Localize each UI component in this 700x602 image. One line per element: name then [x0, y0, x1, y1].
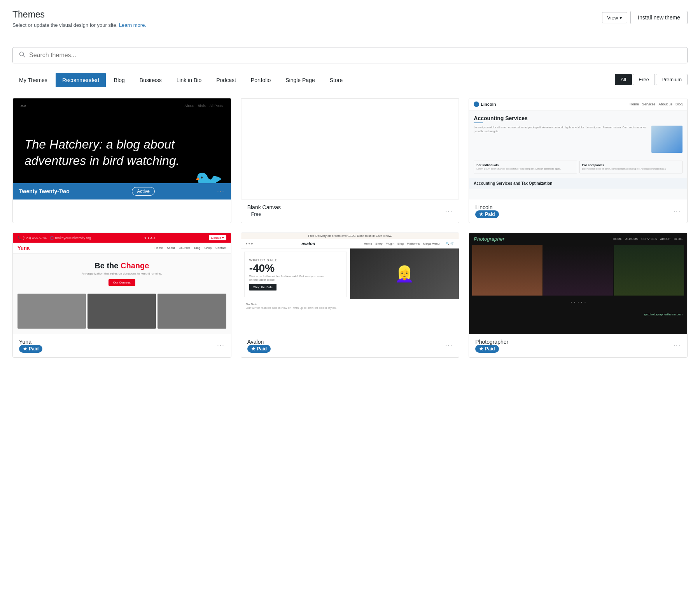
page-title: Themes	[12, 9, 146, 20]
yuna-donate-btn: Donate ♥	[209, 235, 226, 240]
theme-options-yuna[interactable]: ···	[217, 342, 224, 349]
lincoln-nav: HomeServicesAbout usBlog	[630, 102, 682, 106]
theme-preview-avalon: Free Delivery on orders over £100. Don't…	[241, 233, 459, 334]
theme-name-yuna: Yuna	[19, 339, 42, 345]
tab-my-themes[interactable]: My Themes	[12, 73, 54, 87]
yuna-hero: Be the Change An organization that relie…	[13, 254, 231, 294]
active-overlay: Twenty Twenty-Two Active ···	[13, 183, 231, 200]
free-badge-blank-canvas: Free	[247, 210, 265, 218]
theme-name-avalon: Avalon	[247, 339, 271, 345]
theme-card-blank-canvas[interactable]: Blank Canvas Free ···	[241, 98, 460, 223]
photographer-credit: getphotographertheme.com	[469, 309, 687, 318]
avalon-banner: Free Delivery on orders over £100. Don't…	[241, 233, 459, 239]
svg-line-1	[23, 56, 25, 57]
theme-name-photographer: Photographer	[475, 339, 508, 345]
tabs-left: My Themes Recommended Blog Business Link…	[12, 73, 349, 87]
filter-all-button[interactable]: All	[615, 74, 632, 85]
active-badge: Active	[132, 187, 155, 196]
lincoln-preview: Lincoln HomeServicesAbout usBlog Account…	[469, 98, 687, 200]
photo-img-3	[614, 245, 684, 296]
paid-badge-yuna: ★ Paid	[19, 345, 42, 353]
theme-preview-twenty-twenty-two: ∞∞ AboutBirdsAll Posts The Hatchery: a b…	[13, 98, 231, 200]
header-right: View ▾ Install new theme	[602, 11, 688, 24]
theme-options-lincoln[interactable]: ···	[674, 208, 681, 215]
theme-name-lincoln: Lincoln	[475, 204, 499, 210]
themes-grid: ∞∞ AboutBirdsAll Posts The Hatchery: a b…	[12, 98, 688, 358]
tabs-section: My Themes Recommended Blog Business Link…	[0, 63, 700, 87]
view-button[interactable]: View ▾	[602, 12, 627, 23]
theme-card-photographer[interactable]: Photographer HOMEALBUMSSERVICESABOUTBLOG…	[469, 233, 688, 358]
theme-card-yuna[interactable]: 📞 (123) 456-5784🌐 makeyouruniversity.org…	[12, 233, 231, 358]
theme-options-icon[interactable]: ···	[217, 188, 224, 195]
theme-preview-photographer: Photographer HOMEALBUMSSERVICESABOUTBLOG…	[469, 233, 687, 334]
theme-info-photographer: Photographer ★ Paid ···	[469, 334, 687, 357]
avalon-header: ♥ ♦ ♣ avalon HomeShopPluginBlogPlatforms…	[241, 239, 459, 248]
tab-portfolio[interactable]: Portfolio	[244, 73, 277, 87]
photo-img-1	[472, 245, 542, 296]
paid-badge-avalon: ★ Paid	[247, 345, 271, 353]
lincoln-header: Lincoln HomeServicesAbout usBlog	[469, 98, 687, 110]
tab-podcast[interactable]: Podcast	[210, 73, 243, 87]
paid-badge-photographer: ★ Paid	[475, 345, 499, 353]
page-header: Themes Select or update the visual desig…	[0, 0, 700, 36]
theme-name-blank-canvas: Blank Canvas	[247, 204, 281, 210]
photographer-dots: · · · · ·	[469, 296, 687, 309]
themes-section: ∞∞ AboutBirdsAll Posts The Hatchery: a b…	[0, 87, 700, 369]
avalon-content: WINTER SALE -40% Welcome to the winter f…	[241, 248, 459, 300]
page-subtitle: Select or update the visual design for y…	[12, 22, 146, 28]
filter-free-button[interactable]: Free	[633, 74, 655, 85]
theme-details-photographer: Photographer ★ Paid	[475, 339, 508, 353]
theme-options-blank-canvas[interactable]: ···	[445, 208, 453, 215]
photographer-preview: Photographer HOMEALBUMSSERVICESABOUTBLOG…	[469, 233, 687, 334]
search-bar	[12, 47, 688, 63]
search-input[interactable]	[29, 52, 681, 59]
install-new-theme-button[interactable]: Install new theme	[630, 11, 688, 24]
lincoln-hero: Accounting Services Lorem ipsum dolor si…	[469, 110, 687, 158]
theme-options-avalon[interactable]: ···	[445, 342, 453, 349]
theme-info-avalon: Avalon ★ Paid ···	[241, 334, 459, 357]
theme-card-twenty-twenty-two[interactable]: ∞∞ AboutBirdsAll Posts The Hatchery: a b…	[12, 98, 231, 223]
ttw-nav: AboutBirdsAll Posts	[185, 104, 223, 108]
header-left: Themes Select or update the visual desig…	[12, 9, 146, 28]
theme-options-photographer[interactable]: ···	[674, 342, 681, 349]
theme-details-yuna: Yuna ★ Paid	[19, 339, 42, 353]
theme-details: Blank Canvas Free	[247, 204, 281, 218]
tab-recommended[interactable]: Recommended	[56, 73, 106, 87]
theme-info-yuna: Yuna ★ Paid ···	[13, 334, 231, 357]
avalon-sale-panel: WINTER SALE -40% Welcome to the winter f…	[244, 252, 347, 297]
lincoln-cards: For individuals Lorem ipsum dolor sit am…	[469, 161, 687, 178]
yuna-header: 📞 (123) 456-5784🌐 makeyouruniversity.org…	[13, 233, 231, 243]
ttw-headline: The Hatchery: a blog about adventures in…	[24, 136, 219, 169]
theme-card-avalon[interactable]: Free Delivery on orders over £100. Don't…	[241, 233, 460, 358]
lincoln-footer: Accounting Services and Tax Optimization	[469, 178, 687, 189]
star-icon-avalon: ★	[251, 346, 256, 352]
star-icon: ★	[479, 212, 483, 217]
photographer-grid	[469, 245, 687, 296]
tab-link-in-bio[interactable]: Link in Bio	[170, 73, 208, 87]
theme-details-avalon: Avalon ★ Paid	[247, 339, 271, 353]
tab-single-page[interactable]: Single Page	[279, 73, 322, 87]
ttw-logo: ∞∞	[21, 104, 26, 108]
theme-info-lincoln: Lincoln ★ Paid ···	[469, 200, 687, 223]
yuna-images	[13, 294, 231, 329]
tab-store[interactable]: Store	[323, 73, 349, 87]
yuna-preview: 📞 (123) 456-5784🌐 makeyouruniversity.org…	[13, 233, 231, 334]
star-icon-yuna: ★	[23, 346, 27, 352]
paid-badge-lincoln: ★ Paid	[475, 210, 499, 218]
theme-preview-blank-canvas	[241, 98, 459, 200]
tab-blog[interactable]: Blog	[107, 73, 131, 87]
learn-more-link[interactable]: Learn more.	[119, 22, 146, 28]
theme-preview-yuna: 📞 (123) 456-5784🌐 makeyouruniversity.org…	[13, 233, 231, 334]
theme-card-lincoln[interactable]: Lincoln HomeServicesAbout usBlog Account…	[469, 98, 688, 223]
filter-premium-button[interactable]: Premium	[656, 74, 688, 85]
avalon-desc: On Sale Our winter fashion sale is now o…	[241, 300, 459, 312]
avalon-model-image: 👱‍♀️	[350, 248, 459, 299]
filter-buttons: All Free Premium	[615, 74, 688, 85]
photographer-header: Photographer HOMEALBUMSSERVICESABOUTBLOG	[469, 233, 687, 245]
chevron-down-icon: ▾	[620, 15, 622, 21]
theme-details-lincoln: Lincoln ★ Paid	[475, 204, 499, 218]
tab-business[interactable]: Business	[133, 73, 168, 87]
theme-info-blank-canvas: Blank Canvas Free ···	[241, 200, 459, 223]
active-theme-name: Twenty Twenty-Two	[19, 188, 70, 194]
blank-canvas-preview	[241, 98, 459, 200]
